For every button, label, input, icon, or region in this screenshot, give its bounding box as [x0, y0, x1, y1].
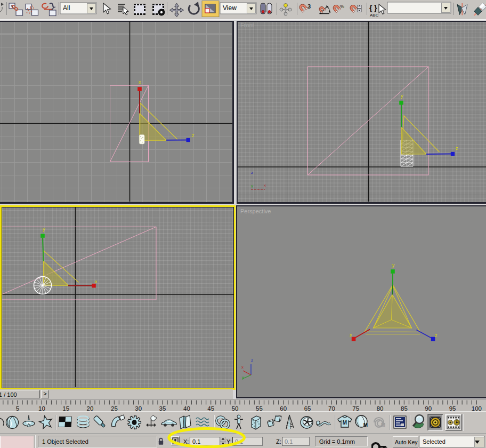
- svg-text:y: y: [242, 375, 244, 380]
- svg-text:z: z: [435, 333, 438, 338]
- svg-text:x: x: [139, 79, 141, 85]
- svg-text:z: z: [192, 133, 195, 138]
- svg-text:x: x: [95, 279, 98, 284]
- svg-text:x: x: [350, 332, 352, 338]
- svg-text:y: y: [43, 227, 45, 232]
- svg-text:Front: Front: [240, 22, 254, 28]
- svg-text:x: x: [241, 365, 244, 370]
- svg-text:z: z: [251, 358, 253, 363]
- svg-text:y: y: [392, 262, 395, 268]
- svg-text:z: z: [251, 170, 253, 175]
- svg-text:Perspective: Perspective: [240, 208, 271, 214]
- svg-text:y: y: [401, 93, 403, 99]
- svg-text:z: z: [456, 146, 458, 151]
- svg-text:y: y: [251, 183, 253, 188]
- svg-text:x: x: [264, 183, 266, 188]
